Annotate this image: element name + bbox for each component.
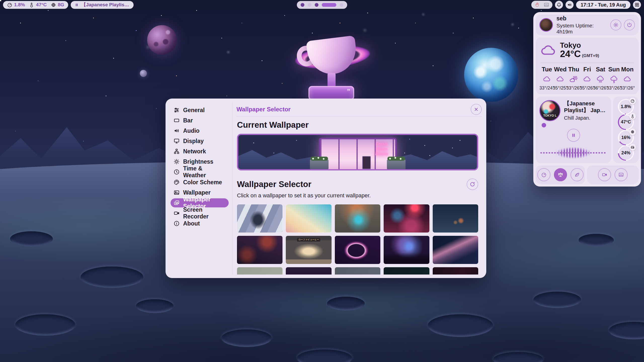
crater — [533, 292, 581, 308]
media-pill-title: 【Japanese Playlist】 J... — [81, 2, 130, 8]
system-stats-pill[interactable]: 1.8% 47°C 8G — [3, 1, 68, 9]
sidebar-item-time-weather[interactable]: Time & Weather — [171, 167, 229, 176]
sidebar-item-screen-recorder[interactable]: Screen Recorder — [171, 209, 229, 218]
volume-button[interactable] — [566, 1, 574, 9]
disk-icon — [630, 145, 635, 149]
sidebar-item-display[interactable]: Display — [171, 137, 229, 146]
wallpaper-thumb[interactable] — [384, 204, 429, 233]
settings-content: Wallpaper Selector Current Wallpaper Fre… — [232, 102, 483, 275]
dashboard-panel: seb System Uptime: 4h19m Tokyo 24°C (GMT… — [533, 12, 641, 187]
wallpaper-thumb[interactable] — [384, 267, 429, 275]
crater — [10, 231, 53, 246]
speedometer-icon — [7, 2, 12, 8]
wallpaper-thumb[interactable] — [335, 204, 380, 233]
thermometer-icon — [630, 114, 635, 118]
profile-performance-button[interactable] — [537, 168, 550, 181]
wallpaper-thumb[interactable] — [286, 204, 331, 233]
wallpaper-thumb[interactable] — [335, 267, 380, 275]
settings-button[interactable] — [610, 19, 621, 30]
preview-planter — [387, 160, 406, 169]
wallpaper-thumb[interactable] — [237, 236, 283, 264]
chip-icon — [630, 130, 635, 134]
sidebar-item-label: General — [183, 107, 205, 114]
wallpaper-thumb[interactable]: ローファイコーヒー — [286, 236, 331, 264]
wallpaper-thumb[interactable] — [335, 236, 380, 264]
dashboard-button[interactable] — [633, 1, 641, 9]
sidebar-item-general[interactable]: General — [171, 106, 229, 115]
sun-cloud-icon — [570, 75, 578, 83]
workspace-dot-5[interactable] — [340, 3, 343, 7]
cloud-icon — [556, 75, 565, 83]
storm-icon — [610, 75, 618, 83]
wallpaper-thumb[interactable] — [237, 204, 283, 233]
sidebar-item-brightness[interactable]: Brightness — [171, 157, 229, 166]
earth-planet — [464, 48, 518, 102]
sidebar-item-label: Screen Recorder — [183, 206, 226, 220]
seek-thumb[interactable] — [542, 123, 546, 127]
media-pill[interactable]: 【Japanese Playlist】 J... — [71, 1, 134, 9]
wallpaper-thumb[interactable] — [286, 267, 331, 275]
profile-balanced-button[interactable] — [554, 168, 567, 181]
workspace-dot-4[interactable] — [322, 3, 336, 7]
profile-power-saver-button[interactable] — [571, 168, 584, 181]
tray-app-icon[interactable] — [535, 2, 540, 8]
wallpaper-thumb[interactable] — [433, 236, 478, 264]
close-icon — [474, 107, 479, 112]
video-icon — [602, 172, 607, 177]
sidebar-item-network[interactable]: Network — [171, 147, 229, 156]
sidebar-item-about[interactable]: About — [171, 219, 229, 228]
play-pause-button[interactable] — [567, 129, 580, 142]
preview-menu-board — [362, 156, 371, 169]
screenshot-button[interactable] — [615, 168, 628, 181]
sidebar-item-label: Bar — [183, 117, 193, 124]
preview-stars — [238, 135, 239, 136]
clock-pill[interactable]: 17:17 - Tue, 19 Aug — [576, 1, 630, 9]
wallpaper-thumb[interactable] — [433, 267, 478, 275]
sidebar-item-audio[interactable]: Audio — [171, 126, 229, 135]
screen-recorder-button[interactable] — [598, 168, 611, 181]
current-wallpaper-preview: Fresh Moon Beans — [237, 134, 478, 170]
system-gauges: 1.8% 47°C 16% 24% — [613, 97, 638, 163]
notifications-button[interactable] — [555, 1, 563, 9]
wallpaper-thumb[interactable] — [384, 236, 429, 264]
image-icon — [174, 190, 180, 196]
system-uptime: System Uptime: 4h19m — [556, 23, 607, 35]
crater — [609, 322, 644, 339]
purple-planet — [147, 25, 177, 55]
workspace-dot-1[interactable] — [301, 3, 304, 7]
memory-value: 8G — [58, 2, 64, 8]
settings-window: General Bar Audio Display Network Bright… — [166, 99, 486, 278]
tray-image-icon[interactable] — [544, 2, 549, 8]
sidebar-item-wallpaper-selector[interactable]: Wallpaper Selector — [171, 198, 229, 207]
sidebar-item-color-scheme[interactable]: Color Scheme — [171, 178, 229, 187]
gallery-icon — [174, 200, 180, 206]
refresh-icon — [470, 182, 475, 187]
cpu-value: 1.8% — [14, 2, 25, 8]
crater — [428, 314, 493, 337]
weather-card: Tokyo 24°C (GMT+9) Tue 33°/24° Wed 35°/2… — [536, 37, 638, 94]
weather-temperature: 24°C — [560, 49, 581, 59]
small-moon — [140, 70, 147, 77]
crater — [221, 329, 272, 347]
workspace-dot-3[interactable] — [315, 3, 318, 7]
current-wallpaper-heading: Current Wallpaper — [237, 120, 478, 130]
sidebar-item-bar[interactable]: Bar — [171, 116, 229, 125]
crater — [493, 352, 543, 362]
wallpaper-thumb[interactable] — [237, 267, 283, 275]
refresh-button[interactable] — [467, 178, 478, 190]
speedometer-icon — [630, 99, 635, 103]
forecast-row: Tue 33°/24° Wed 35°/25° Thu 33°/26° Fri — [540, 66, 634, 91]
bell-icon — [556, 2, 561, 7]
sidebar-item-wallpaper[interactable]: Wallpaper — [171, 188, 229, 197]
network-icon — [174, 148, 180, 154]
cpu-stat: 1.8% — [7, 2, 25, 8]
preview-mountains-left — [238, 145, 316, 169]
weather-timezone: (GMT+9) — [582, 53, 599, 58]
wallpaper-thumb[interactable] — [433, 204, 478, 233]
workspace-dot-2[interactable] — [308, 3, 311, 7]
monitor-icon — [174, 138, 180, 144]
power-button[interactable] — [624, 19, 635, 30]
cpu-gauge: 1.8% — [618, 99, 634, 114]
close-button[interactable] — [471, 104, 482, 115]
brightness-icon — [174, 159, 180, 165]
